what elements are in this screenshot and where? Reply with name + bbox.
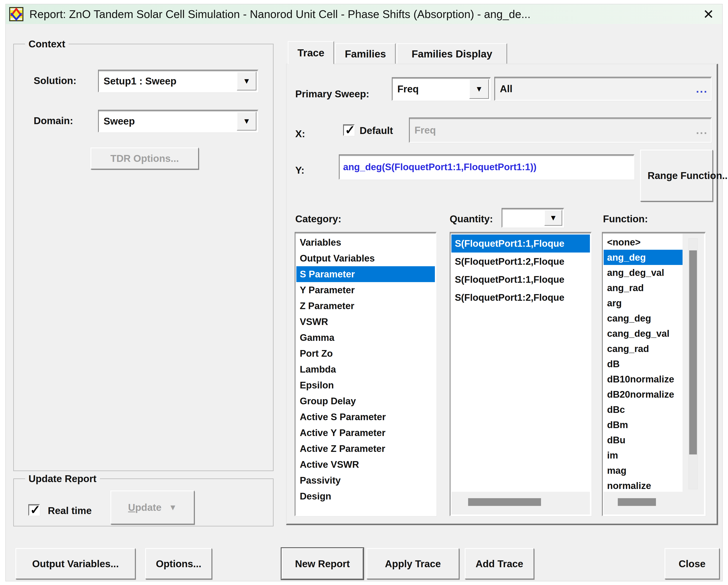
x-axis-label: X: [295, 128, 305, 139]
list-item[interactable]: dBu [604, 432, 683, 448]
list-item[interactable]: dBm [604, 417, 683, 432]
options-button[interactable]: Options... [145, 548, 212, 579]
list-item[interactable]: S(FloquetPort1:2,Floque [451, 252, 590, 270]
tab-families-display[interactable]: Families Display [397, 43, 507, 64]
list-item[interactable]: Y Parameter [296, 282, 435, 298]
list-item[interactable]: ang_deg [604, 250, 683, 265]
list-item[interactable]: Epsilon [296, 377, 435, 393]
real-time-checkbox[interactable]: ✓ [28, 504, 40, 516]
chevron-down-icon[interactable]: ▼ [544, 210, 562, 226]
add-trace-button[interactable]: Add Trace [465, 548, 534, 579]
tab-trace[interactable]: Trace [288, 41, 334, 64]
update-button[interactable]: Update ▼ [110, 490, 194, 524]
list-item[interactable]: <none> [604, 235, 683, 250]
primary-sweep-value: Freq [397, 83, 419, 95]
list-item[interactable]: Port Zo [296, 346, 435, 362]
domain-dropdown[interactable]: Sweep ▼ [98, 110, 258, 132]
list-item[interactable]: Output Variables [296, 250, 435, 266]
function-label: Function: [603, 213, 648, 224]
report-dialog-page: Report: ZnO Tandem Solar Cell Simulation… [0, 0, 728, 585]
report-plot-icon [9, 7, 23, 21]
function-listbox[interactable]: <none>ang_degang_deg_valang_radargcang_d… [602, 232, 706, 516]
list-item[interactable]: arg [604, 295, 683, 311]
list-item[interactable]: dB20normalize [604, 387, 683, 402]
tdr-options-button[interactable]: TDR Options... [90, 148, 199, 169]
list-item[interactable]: ang_deg_val [604, 265, 683, 280]
list-item[interactable]: cang_rad [604, 341, 683, 356]
list-item[interactable]: im [604, 448, 683, 463]
x-value: Freq [415, 124, 436, 136]
context-group: Context [13, 44, 274, 471]
tab-trace-label: Trace [297, 47, 324, 59]
list-item[interactable]: Group Delay [296, 393, 435, 409]
list-item[interactable]: cang_deg [604, 311, 683, 326]
list-item[interactable]: Lambda [296, 362, 435, 377]
list-item[interactable]: dB10normalize [604, 372, 683, 387]
list-item[interactable]: Design [296, 488, 435, 504]
tab-families-display-label: Families Display [412, 48, 492, 60]
tab-families[interactable]: Families [335, 43, 396, 64]
list-item[interactable]: Variables [296, 235, 435, 250]
list-item[interactable]: mag [604, 463, 683, 478]
category-list: VariablesOutput VariablesS ParameterY Pa… [296, 235, 435, 514]
chevron-down-icon[interactable]: ▼ [237, 112, 257, 131]
category-listbox[interactable]: VariablesOutput VariablesS ParameterY Pa… [295, 232, 437, 516]
range-function-button[interactable]: Range Function... [640, 150, 713, 202]
title-bar: Report: ZnO Tandem Solar Cell Simulation… [6, 4, 722, 24]
list-item[interactable]: Gamma [296, 330, 435, 346]
horizontal-scrollbar[interactable] [604, 492, 704, 514]
vertical-scrollbar[interactable] [682, 234, 704, 492]
output-variables-button[interactable]: Output Variables... [16, 548, 135, 579]
list-item[interactable]: S Parameter [296, 266, 435, 282]
ellipsis-button-disabled: ... [696, 126, 708, 134]
domain-label: Domain: [34, 115, 73, 126]
list-item[interactable]: Passivity [296, 473, 435, 488]
x-default-checkbox[interactable]: ✓ [343, 124, 355, 136]
quantity-label: Quantity: [450, 213, 493, 224]
new-report-button[interactable]: New Report [282, 548, 363, 579]
list-item[interactable]: VSWR [296, 314, 435, 330]
solution-label: Solution: [34, 75, 76, 86]
y-expression-field[interactable]: ang_deg(S(FloquetPort1:1,FloquetPort1:1)… [339, 154, 634, 180]
x-value-field: Freq ... [409, 117, 712, 143]
list-item[interactable]: S(FloquetPort1:1,Floque [451, 270, 590, 289]
quantity-dropdown[interactable]: ▼ [501, 208, 564, 228]
report-dialog-window: Report: ZnO Tandem Solar Cell Simulation… [5, 4, 723, 581]
tab-families-label: Families [345, 48, 386, 60]
chevron-down-icon[interactable]: ▼ [469, 79, 489, 99]
horizontal-scrollbar[interactable] [451, 492, 590, 514]
list-item[interactable]: normalize [604, 478, 683, 492]
horizontal-scrollbar-thumb[interactable] [618, 498, 656, 506]
update-button-label: Update [128, 502, 161, 513]
window-title: Report: ZnO Tandem Solar Cell Simulation… [29, 8, 530, 21]
vertical-scrollbar-thumb[interactable] [689, 250, 697, 454]
solution-dropdown[interactable]: Setup1 : Sweep ▼ [98, 70, 258, 92]
list-item[interactable]: S(FloquetPort1:2,Floque [451, 289, 590, 307]
quantity-listbox[interactable]: S(FloquetPort1:1,FloqueS(FloquetPort1:2,… [450, 232, 592, 516]
function-list: <none>ang_degang_deg_valang_radargcang_d… [604, 235, 683, 492]
primary-sweep-label: Primary Sweep: [295, 88, 369, 100]
list-item[interactable]: Active S Parameter [296, 409, 435, 425]
list-item[interactable]: Active VSWR [296, 457, 435, 473]
close-button[interactable]: Close [665, 548, 720, 579]
y-axis-label: Y: [295, 165, 305, 176]
primary-sweep-dropdown[interactable]: Freq ▼ [392, 77, 491, 101]
apply-trace-button[interactable]: Apply Trace [366, 548, 459, 579]
horizontal-scrollbar-thumb[interactable] [468, 498, 541, 506]
domain-value: Sweep [104, 115, 135, 127]
list-item[interactable]: Active Z Parameter [296, 441, 435, 457]
list-item[interactable]: Z Parameter [296, 298, 435, 314]
chevron-down-icon: ▼ [169, 503, 177, 512]
list-item[interactable]: ang_rad [604, 280, 683, 295]
list-item[interactable]: cang_deg_val [604, 326, 683, 341]
list-item[interactable]: S(FloquetPort1:1,Floque [451, 235, 590, 252]
list-item[interactable]: dBc [604, 402, 683, 417]
list-item[interactable]: dB [604, 356, 683, 372]
primary-sweep-range-value: All [500, 83, 513, 95]
close-icon[interactable]: ✕ [701, 4, 716, 24]
chevron-down-icon[interactable]: ▼ [237, 72, 257, 90]
list-item[interactable]: Active Y Parameter [296, 425, 435, 441]
ellipsis-button[interactable]: ... [696, 84, 708, 93]
category-label: Category: [295, 213, 341, 224]
primary-sweep-range-field[interactable]: All ... [494, 77, 712, 101]
